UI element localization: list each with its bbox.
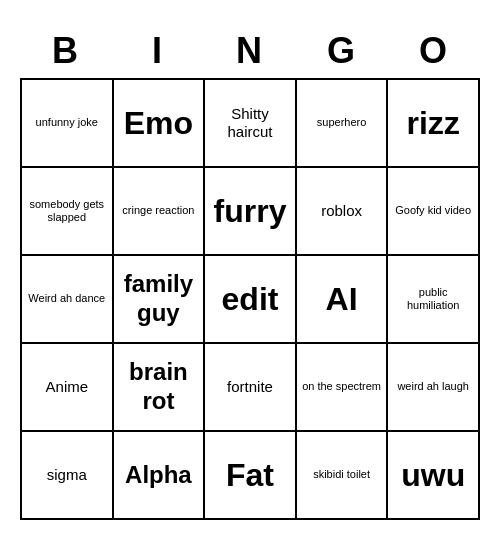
cell-text: furry — [214, 192, 287, 230]
cell-text: weird ah laugh — [397, 380, 469, 393]
header-letter: I — [112, 24, 204, 78]
header-letter: G — [296, 24, 388, 78]
bingo-cell[interactable]: Weird ah dance — [22, 256, 114, 344]
header-letter: O — [388, 24, 480, 78]
cell-text: Emo — [124, 104, 193, 142]
cell-text: somebody gets slapped — [26, 198, 108, 224]
cell-text: AI — [326, 280, 358, 318]
bingo-cell[interactable]: Alpha — [114, 432, 206, 520]
cell-text: roblox — [321, 202, 362, 220]
cell-text: unfunny joke — [36, 116, 98, 129]
cell-text: brain rot — [118, 358, 200, 416]
cell-text: Anime — [46, 378, 89, 396]
cell-text: superhero — [317, 116, 367, 129]
bingo-cell[interactable]: rizz — [388, 80, 480, 168]
bingo-cell[interactable]: Fat — [205, 432, 297, 520]
cell-text: sigma — [47, 466, 87, 484]
bingo-cell[interactable]: Shitty haircut — [205, 80, 297, 168]
cell-text: family guy — [118, 270, 200, 328]
bingo-cell[interactable]: brain rot — [114, 344, 206, 432]
bingo-cell[interactable]: uwu — [388, 432, 480, 520]
bingo-cell[interactable]: on the spectrem — [297, 344, 389, 432]
bingo-cell[interactable]: weird ah laugh — [388, 344, 480, 432]
bingo-cell[interactable]: skibidi toilet — [297, 432, 389, 520]
cell-text: public humiliation — [392, 286, 474, 312]
cell-text: Weird ah dance — [28, 292, 105, 305]
bingo-cell[interactable]: roblox — [297, 168, 389, 256]
header-letter: B — [20, 24, 112, 78]
bingo-grid: unfunny jokeEmoShitty haircutsuperherori… — [20, 78, 480, 520]
cell-text: Fat — [226, 456, 274, 494]
header-letter: N — [204, 24, 296, 78]
cell-text: edit — [222, 280, 279, 318]
cell-text: Goofy kid video — [395, 204, 471, 217]
bingo-cell[interactable]: Goofy kid video — [388, 168, 480, 256]
bingo-cell[interactable]: cringe reaction — [114, 168, 206, 256]
cell-text: Shitty haircut — [209, 105, 291, 141]
bingo-header: BINGO — [20, 24, 480, 78]
cell-text: Alpha — [125, 461, 192, 490]
cell-text: skibidi toilet — [313, 468, 370, 481]
bingo-card: BINGO unfunny jokeEmoShitty haircutsuper… — [20, 24, 480, 520]
cell-text: on the spectrem — [302, 380, 381, 393]
bingo-cell[interactable]: furry — [205, 168, 297, 256]
bingo-cell[interactable]: public humiliation — [388, 256, 480, 344]
bingo-cell[interactable]: family guy — [114, 256, 206, 344]
bingo-cell[interactable]: superhero — [297, 80, 389, 168]
cell-text: uwu — [401, 456, 465, 494]
bingo-cell[interactable]: sigma — [22, 432, 114, 520]
cell-text: rizz — [407, 104, 460, 142]
bingo-cell[interactable]: AI — [297, 256, 389, 344]
bingo-cell[interactable]: Emo — [114, 80, 206, 168]
bingo-cell[interactable]: unfunny joke — [22, 80, 114, 168]
bingo-cell[interactable]: fortnite — [205, 344, 297, 432]
bingo-cell[interactable]: edit — [205, 256, 297, 344]
cell-text: fortnite — [227, 378, 273, 396]
bingo-cell[interactable]: somebody gets slapped — [22, 168, 114, 256]
cell-text: cringe reaction — [122, 204, 194, 217]
bingo-cell[interactable]: Anime — [22, 344, 114, 432]
